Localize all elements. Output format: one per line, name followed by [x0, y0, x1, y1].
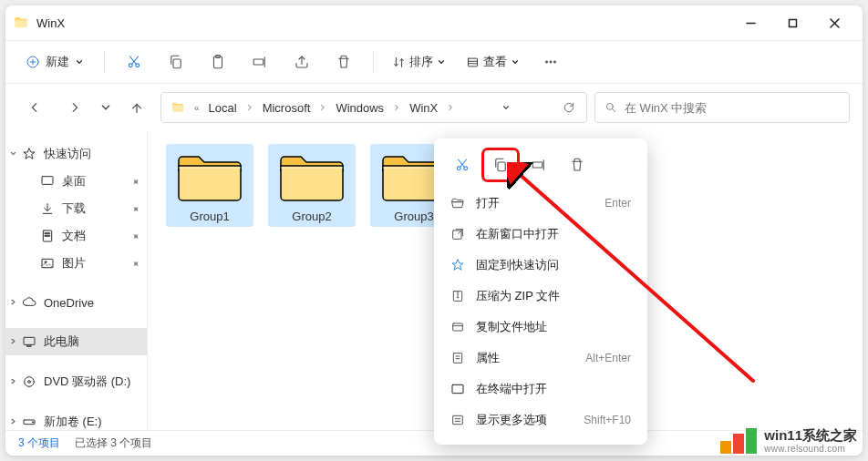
star-icon	[22, 147, 36, 161]
ctx-open-terminal[interactable]: 在终端中打开	[439, 374, 642, 405]
svg-point-19	[546, 61, 548, 63]
view-button[interactable]: 查看	[459, 48, 527, 76]
svg-rect-1	[789, 19, 796, 26]
recent-dropdown[interactable]	[98, 91, 113, 124]
svg-rect-26	[42, 177, 53, 185]
forward-button[interactable]	[58, 91, 91, 124]
sidebar-quick-access[interactable]: 快速访问	[5, 140, 147, 168]
status-selected: 已选择 3 个项目	[75, 435, 152, 451]
svg-rect-57	[452, 384, 463, 393]
cloud-icon	[22, 295, 36, 310]
folder-icon	[173, 148, 246, 206]
ctx-pin-quick[interactable]: 固定到快速访问	[439, 250, 642, 281]
cut-button[interactable]	[116, 46, 152, 78]
ctx-delete-button[interactable]	[560, 149, 594, 180]
sidebar: 快速访问 桌面 ✦ 下载 ✦ 文档 ✦ 图片 ✦	[5, 131, 148, 430]
terminal-icon	[450, 382, 465, 396]
svg-rect-11	[173, 59, 181, 68]
sidebar-dvd[interactable]: DVD 驱动器 (D:)	[5, 368, 147, 395]
sort-label: 排序	[409, 54, 433, 70]
close-button[interactable]	[813, 8, 855, 37]
minimize-button[interactable]	[729, 8, 771, 37]
address-dropdown[interactable]	[492, 94, 520, 121]
sidebar-documents[interactable]: 文档 ✦	[5, 222, 147, 250]
search-icon	[604, 101, 617, 114]
sidebar-onedrive[interactable]: OneDrive	[5, 290, 147, 315]
ctx-rename-button[interactable]	[522, 149, 556, 180]
folder-item-1[interactable]: Group2	[268, 144, 356, 227]
pin-icon: ✦	[129, 174, 143, 189]
context-menu: 打开 Enter 在新窗口中打开 固定到快速访问 压缩为 ZIP 文件 复制文件…	[434, 138, 647, 445]
search-box[interactable]	[594, 92, 850, 123]
svg-rect-54	[453, 353, 461, 364]
ctx-properties[interactable]: 属性 Alt+Enter	[439, 343, 642, 374]
more-button[interactable]	[532, 46, 569, 78]
properties-icon	[450, 351, 465, 365]
titlebar: WinX	[5, 5, 863, 40]
svg-rect-34	[24, 337, 35, 344]
breadcrumb-3[interactable]: WinX	[404, 97, 443, 118]
sidebar-desktop[interactable]: 桌面 ✦	[5, 168, 147, 195]
new-button[interactable]: 新建	[16, 48, 93, 76]
search-input[interactable]	[625, 101, 840, 115]
sidebar-this-pc[interactable]: 此电脑	[5, 328, 147, 355]
svg-point-33	[45, 261, 46, 263]
new-label: 新建	[46, 54, 69, 70]
rename-button[interactable]	[242, 46, 278, 78]
svg-marker-25	[24, 149, 35, 159]
ctx-compress-zip[interactable]: 压缩为 ZIP 文件	[439, 281, 642, 312]
ctx-copy-path[interactable]: 复制文件地址	[439, 312, 642, 343]
sort-button[interactable]: 排序	[385, 48, 453, 76]
ctx-open-new-window[interactable]: 在新窗口中打开	[439, 219, 642, 250]
pc-icon	[22, 334, 36, 349]
watermark: win11系统之家 www.relsound.com	[720, 428, 857, 454]
disc-icon	[22, 374, 36, 389]
paste-button[interactable]	[200, 46, 236, 78]
svg-line-24	[612, 108, 615, 111]
svg-rect-45	[532, 162, 542, 168]
folder-icon	[13, 15, 29, 31]
svg-rect-14	[253, 59, 264, 65]
up-button[interactable]	[120, 91, 153, 124]
zip-icon	[450, 289, 465, 303]
sidebar-downloads[interactable]: 下载 ✦	[5, 195, 147, 222]
document-icon	[40, 229, 55, 243]
folder-label: Group2	[292, 210, 331, 223]
desktop-icon	[40, 174, 55, 189]
svg-rect-30	[45, 233, 49, 234]
maximize-button[interactable]	[771, 8, 813, 37]
refresh-button[interactable]	[555, 94, 583, 121]
breadcrumb-2[interactable]: Windows	[330, 97, 389, 118]
download-icon	[40, 201, 55, 216]
sidebar-volume[interactable]: 新加卷 (E:)	[5, 408, 147, 430]
svg-point-21	[554, 61, 556, 63]
delete-button[interactable]	[326, 46, 362, 78]
window-title: WinX	[36, 16, 729, 30]
folder-icon	[275, 148, 348, 206]
picture-icon	[40, 256, 55, 271]
svg-point-39	[32, 422, 33, 423]
folder-label: Group3	[394, 210, 433, 223]
svg-rect-16	[469, 58, 478, 67]
ctx-cut-button[interactable]	[445, 149, 480, 180]
sidebar-pictures[interactable]: 图片 ✦	[5, 250, 147, 277]
pin-icon: ✦	[129, 201, 143, 216]
ctx-open[interactable]: 打开 Enter	[439, 188, 642, 219]
pin-icon: ✦	[129, 256, 143, 271]
folder-item-0[interactable]: Group1	[166, 144, 253, 227]
ctx-copy-button[interactable]	[483, 149, 518, 180]
folder-open-icon	[450, 196, 465, 210]
svg-rect-31	[45, 235, 49, 236]
breadcrumb-0[interactable]: Local	[203, 97, 243, 118]
copy-button[interactable]	[158, 46, 194, 78]
pin-icon: ✦	[129, 229, 143, 243]
back-button[interactable]	[18, 91, 51, 124]
svg-rect-44	[498, 162, 505, 171]
watermark-logo-icon	[720, 428, 757, 454]
svg-point-51	[457, 297, 458, 298]
breadcrumb-1[interactable]: Microsoft	[257, 97, 316, 118]
address-bar[interactable]: « Local Microsoft Windows WinX	[160, 92, 587, 123]
ctx-show-more[interactable]: 显示更多选项 Shift+F10	[439, 405, 642, 435]
share-button[interactable]	[284, 46, 320, 78]
svg-rect-52	[453, 323, 463, 331]
